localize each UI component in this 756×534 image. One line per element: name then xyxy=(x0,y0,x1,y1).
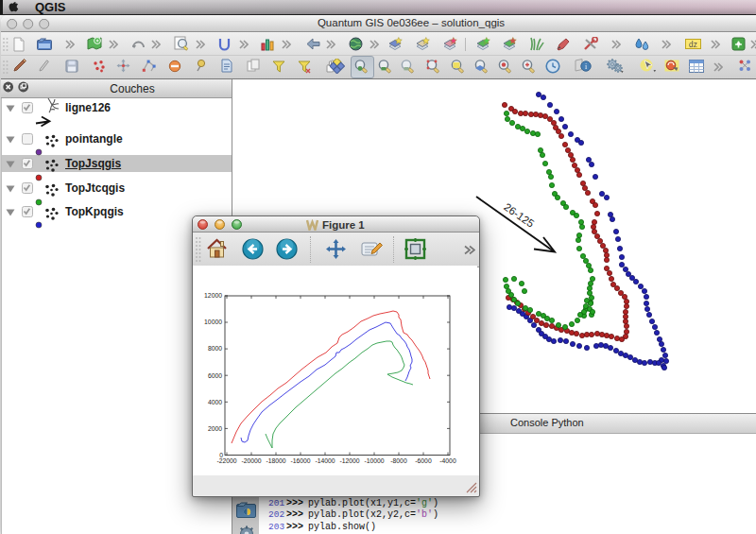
svg-text:-12000: -12000 xyxy=(339,457,359,464)
svg-text:-4000: -4000 xyxy=(439,457,456,464)
svg-text:12000: 12000 xyxy=(204,292,222,299)
svg-text:8000: 8000 xyxy=(208,345,222,352)
svg-text:6000: 6000 xyxy=(208,372,222,379)
svg-text:-18000: -18000 xyxy=(266,457,285,464)
svg-text:-6000: -6000 xyxy=(415,457,432,464)
svg-text:4000: 4000 xyxy=(208,399,222,405)
svg-text:0: 0 xyxy=(219,452,223,458)
svg-text:-10000: -10000 xyxy=(364,457,384,464)
svg-text:-20000: -20000 xyxy=(241,457,261,464)
svg-text:10000: 10000 xyxy=(204,319,222,325)
svg-text:dz: dz xyxy=(689,40,697,49)
svg-text:-22000: -22000 xyxy=(216,457,236,464)
svg-text:-8000: -8000 xyxy=(390,457,407,464)
svg-text:-16000: -16000 xyxy=(290,457,310,464)
svg-text:26-125: 26-125 xyxy=(502,201,536,230)
svg-text:2000: 2000 xyxy=(208,425,222,432)
svg-text:-14000: -14000 xyxy=(315,457,335,464)
